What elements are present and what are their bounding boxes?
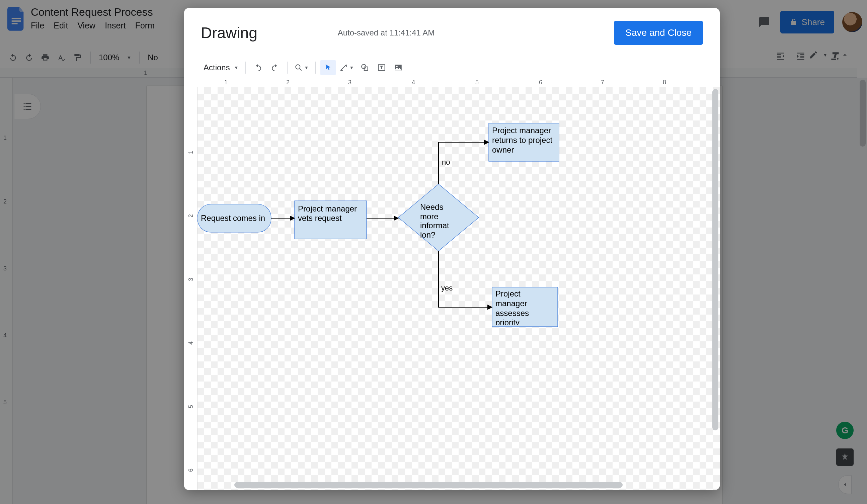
ruler-num: 1 [224, 79, 228, 86]
save-and-close-button[interactable]: Save and Close [614, 21, 703, 45]
ruler-num: 5 [188, 405, 194, 408]
shape-assess-priority[interactable]: Project manager assesses priority [492, 287, 558, 326]
autosave-status: Auto-saved at 11:41:41 AM [338, 28, 435, 37]
image-tool[interactable] [390, 60, 406, 75]
chevron-down-icon: ▼ [304, 65, 309, 70]
shape-vet-request[interactable]: Project manager vets request [295, 201, 366, 239]
zoom-menu[interactable]: ▼ [292, 60, 311, 75]
shape-return-owner[interactable]: Project manager returns to project owner [489, 123, 559, 161]
label-no: no [442, 158, 450, 166]
ruler-num: 7 [601, 79, 604, 86]
toolbar-separator [315, 62, 316, 74]
redo-icon [270, 63, 279, 72]
drawing-modal: Drawing Auto-saved at 11:41:41 AM Save a… [184, 8, 720, 490]
ruler-num: 5 [475, 79, 479, 86]
select-tool[interactable] [320, 60, 336, 75]
line-icon [339, 63, 348, 72]
shape-start[interactable]: Request comes in [197, 204, 271, 232]
shape-tool[interactable] [357, 60, 373, 75]
canvas-vertical-scrollbar[interactable] [712, 89, 718, 470]
undo-button[interactable] [250, 60, 266, 75]
svg-point-9 [396, 66, 398, 67]
ruler-num: 2 [188, 214, 194, 217]
chevron-down-icon: ▼ [349, 65, 354, 70]
edge-decision-yes[interactable] [439, 251, 492, 307]
canvas-horizontal-scrollbar[interactable] [234, 482, 656, 488]
redo-button[interactable] [267, 60, 282, 75]
ruler-num: 8 [663, 79, 666, 86]
textbox-tool[interactable] [374, 60, 389, 75]
svg-point-3 [296, 65, 300, 69]
shape-icon [361, 63, 369, 72]
actions-menu[interactable]: Actions▼ [199, 60, 241, 75]
ruler-num: 3 [188, 278, 194, 281]
chevron-down-icon: ▼ [234, 65, 239, 70]
svg-text:Request comes in: Request comes in [201, 214, 265, 223]
drawing-horizontal-ruler: 1 2 3 4 5 6 7 8 [197, 78, 720, 87]
drawing-toolbar: Actions▼ ▼ ▼ [184, 57, 720, 78]
svg-line-4 [300, 68, 301, 70]
image-icon [394, 63, 403, 72]
scrollbar-thumb[interactable] [234, 482, 623, 488]
drawing-vertical-ruler: 1 2 3 4 5 6 [184, 87, 197, 490]
ruler-num: 3 [348, 79, 352, 86]
ruler-num: 2 [286, 79, 290, 86]
toolbar-separator [245, 62, 246, 74]
drawing-canvas[interactable]: Request comes in Project manager vets re… [197, 87, 720, 490]
undo-icon [254, 63, 263, 72]
drawing-title: Drawing [201, 24, 257, 42]
textbox-icon [377, 63, 386, 72]
ruler-num: 1 [188, 151, 194, 154]
scrollbar-thumb[interactable] [712, 89, 718, 430]
drawing-modal-header: Drawing Auto-saved at 11:41:41 AM Save a… [184, 8, 720, 57]
drawing-body: 1 2 3 4 5 6 Request comes in [184, 87, 720, 490]
cursor-icon [324, 63, 332, 72]
label-yes: yes [441, 284, 452, 292]
ruler-num: 4 [188, 341, 194, 345]
ruler-num: 6 [539, 79, 542, 86]
ruler-num: 6 [188, 469, 194, 472]
line-tool[interactable]: ▼ [337, 60, 356, 75]
zoom-icon [294, 63, 303, 72]
shape-decision[interactable]: Needs more informat ion? [398, 184, 479, 251]
flowchart-svg: Request comes in Project manager vets re… [197, 87, 720, 489]
toolbar-separator [287, 62, 288, 74]
ruler-num: 4 [412, 79, 415, 86]
